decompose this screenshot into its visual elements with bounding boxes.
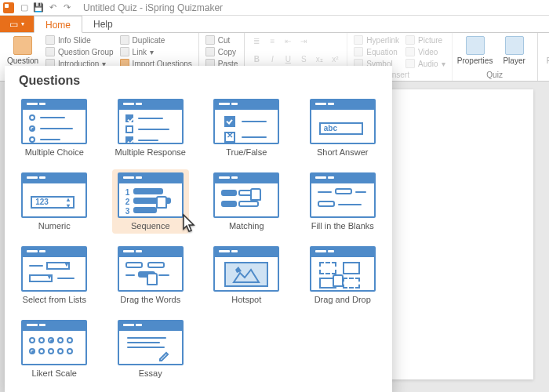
question-icon	[13, 36, 32, 55]
question-group-button[interactable]: Question Group	[44, 46, 115, 57]
player-icon	[505, 36, 524, 55]
link-button[interactable]: Link ▾	[118, 46, 194, 57]
question-type-label: Fill in the Blanks	[311, 221, 374, 230]
question-type-drag-and-drop[interactable]: Drag and Drop	[304, 243, 382, 307]
question-card-icon	[21, 320, 87, 365]
question-type-label: Essay	[139, 368, 162, 378]
question-card-icon: 123▴▾	[21, 172, 87, 218]
question-type-true-false[interactable]: ✕ True/False	[208, 96, 285, 160]
properties-button[interactable]: Properties	[457, 34, 493, 65]
new-icon[interactable]: ▢	[19, 2, 30, 13]
question-card-icon	[310, 246, 376, 292]
caret-down-icon: ▾	[21, 20, 24, 27]
equation-button[interactable]: Equation	[352, 46, 401, 57]
player-button[interactable]: Player	[496, 34, 533, 65]
question-type-hotspot[interactable]: Hotspot	[208, 243, 285, 307]
duplicate-icon	[120, 35, 129, 45]
question-card-icon	[213, 246, 279, 292]
tab-help[interactable]: Help	[82, 16, 124, 32]
undo-icon[interactable]: ↶	[47, 2, 58, 13]
question-button[interactable]: Question	[5, 34, 41, 65]
quick-access-toolbar: ▢ 💾 ↶ ↷	[19, 2, 72, 13]
bullets-icon[interactable]: ≣	[249, 34, 264, 47]
question-type-essay[interactable]: Essay	[112, 317, 190, 381]
group-label-publish: Publish	[543, 71, 549, 81]
ribbon-group-publish: Preview Publish Publish	[538, 33, 549, 81]
picture-icon	[405, 35, 415, 45]
question-card-icon	[118, 246, 184, 292]
question-type-label: Numeric	[38, 221, 71, 230]
question-type-matching[interactable]: Matching	[208, 169, 285, 234]
question-card-icon: abc	[310, 99, 376, 144]
copy-button[interactable]: Copy	[204, 46, 240, 57]
strike-icon[interactable]: S	[296, 53, 311, 65]
bold-icon[interactable]: B	[249, 53, 264, 65]
video-icon	[405, 47, 415, 56]
ribbon-tab-strip: ▭ ▾ Home Help	[0, 16, 549, 33]
question-type-label: Multiple Response	[115, 147, 187, 157]
question-type-numeric[interactable]: 123▴▾ Numeric	[16, 169, 93, 234]
properties-icon	[466, 36, 485, 55]
question-type-label: Drag and Drop	[314, 295, 371, 304]
question-card-icon	[118, 99, 184, 144]
picture-button[interactable]: Picture	[404, 34, 447, 45]
link-icon	[120, 47, 129, 56]
duplicate-button[interactable]: Duplicate	[118, 34, 194, 45]
equation-icon	[354, 47, 363, 56]
question-type-fill-in-the-blanks[interactable]: Fill in the Blanks	[304, 169, 382, 234]
question-type-drag-the-words[interactable]: Drag the Words	[112, 243, 190, 307]
group-label-quiz: Quiz	[457, 71, 533, 81]
question-card-icon	[118, 320, 184, 365]
file-menu-icon: ▭	[9, 19, 18, 30]
question-card-icon: ✕	[213, 99, 279, 144]
question-card-icon	[213, 172, 279, 218]
cut-button[interactable]: Cut	[204, 34, 240, 45]
info-slide-icon	[45, 35, 55, 45]
question-type-likert-scale[interactable]: Likert Scale	[16, 317, 93, 381]
hyperlink-button[interactable]: Hyperlink	[352, 34, 401, 45]
question-card-icon	[310, 172, 376, 218]
question-group-icon	[45, 47, 55, 56]
save-icon[interactable]: 💾	[33, 2, 44, 13]
question-card-icon: ▾ ▾	[21, 246, 87, 292]
question-type-sequence[interactable]: 1 2 3 Sequence	[112, 169, 190, 234]
redo-icon[interactable]: ↷	[61, 2, 72, 13]
audio-icon	[405, 59, 415, 68]
question-type-multiple-response[interactable]: Multiple Response	[112, 96, 190, 160]
question-type-label: Sequence	[131, 221, 170, 230]
italic-icon[interactable]: I	[265, 53, 279, 65]
tab-home[interactable]: Home	[34, 16, 82, 33]
question-type-label: Matching	[229, 221, 264, 230]
cut-icon	[205, 35, 215, 45]
question-type-label: Select from Lists	[23, 295, 86, 304]
subscript-icon[interactable]: x₂	[312, 53, 326, 65]
indent-icon[interactable]: ⇥	[296, 34, 311, 47]
question-type-label: Likert Scale	[32, 368, 77, 378]
question-type-label: Hotspot	[231, 295, 261, 304]
outdent-icon[interactable]: ⇤	[281, 34, 295, 47]
underline-icon[interactable]: U	[281, 53, 295, 65]
question-card-icon	[21, 99, 87, 144]
hyperlink-icon	[354, 35, 363, 45]
question-type-label: True/False	[226, 147, 267, 157]
question-type-short-answer[interactable]: abc Short Answer	[304, 96, 382, 160]
question-type-label: Short Answer	[317, 147, 368, 157]
info-slide-button[interactable]: Info Slide	[44, 34, 115, 45]
video-button[interactable]: Video	[404, 46, 447, 57]
flyout-title: Questions	[19, 74, 381, 88]
preview-button[interactable]: Preview	[543, 34, 549, 65]
title-bar: ▢ 💾 ↶ ↷ Untitled Quiz - iSpring Quizmake…	[0, 0, 549, 16]
question-type-select-from-lists[interactable]: ▾ ▾ Select from Lists	[16, 243, 93, 307]
ribbon-group-quiz: Properties Player Quiz	[453, 33, 538, 81]
window-title: Untitled Quiz - iSpring Quizmaker	[83, 2, 223, 13]
questions-flyout: Questions Multiple Choice Multiple Respo…	[5, 66, 392, 392]
question-type-multiple-choice[interactable]: Multiple Choice	[16, 96, 93, 160]
question-type-label: Multiple Choice	[25, 147, 84, 157]
numbering-icon[interactable]: ≡	[265, 34, 279, 47]
superscript-icon[interactable]: x²	[328, 53, 342, 65]
file-tab[interactable]: ▭ ▾	[0, 16, 34, 32]
question-card-icon: 1 2 3	[118, 172, 184, 218]
app-icon	[3, 2, 14, 13]
audio-button[interactable]: Audio ▾	[404, 58, 447, 69]
copy-icon	[205, 47, 215, 56]
